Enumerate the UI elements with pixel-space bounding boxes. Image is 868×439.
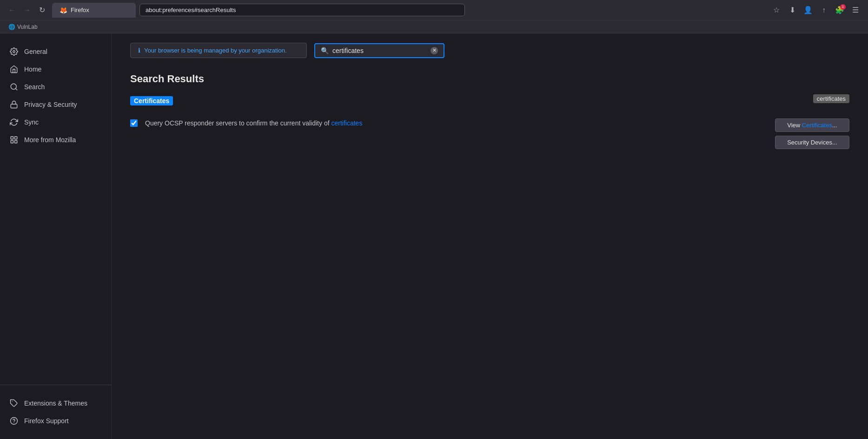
menu-button[interactable]: ☰ [848,3,862,17]
firefox-logo-icon: 🦊 [60,7,67,14]
sidebar-mozilla-label: More from Mozilla [24,136,76,144]
svg-rect-7 [15,141,17,143]
org-notice-banner[interactable]: ℹ Your browser is being managed by your … [130,43,307,58]
toolbar-icons: ☆ ⬇ 👤 ↑ 🧩 1 ☰ [769,3,862,17]
back-button[interactable]: ← [6,4,19,17]
sidebar-item-sync[interactable]: Sync [0,113,111,131]
search-clear-button[interactable]: ✕ [431,47,438,54]
forward-button[interactable]: → [20,4,33,17]
info-icon: ℹ [138,47,140,54]
security-devices-button[interactable]: Security Devices... [775,136,849,149]
sidebar-item-firefox-support[interactable]: Firefox Support [0,412,111,430]
sync-icon [9,118,19,127]
bookmarks-bar: 🌐 VulnLab [0,20,868,33]
certificates-section-link[interactable]: Certificates [130,96,173,105]
mozilla-icon [9,135,19,144]
btn-view-highlight: Certificates [802,122,832,129]
svg-rect-3 [11,104,17,108]
svg-point-9 [11,418,18,425]
download-button[interactable]: ⬇ [785,3,799,17]
globe-icon: 🌐 [8,24,15,30]
sidebar-item-more-mozilla[interactable]: More from Mozilla [0,131,111,149]
sidebar-search-label: Search [24,83,45,91]
sidebar-item-home[interactable]: Home [0,60,111,78]
preferences-header: ℹ Your browser is being managed by your … [130,43,849,58]
sidebar-sync-label: Sync [24,118,39,126]
preferences-search-box[interactable]: 🔍 ✕ [314,43,444,58]
nav-buttons: ← → ↻ [6,4,48,17]
svg-line-2 [15,88,17,90]
search-results-title: Search Results [130,73,849,85]
main-content: General Home Search Privacy & Security [0,33,868,439]
sidebar-item-privacy-security[interactable]: Privacy & Security [0,96,111,113]
svg-point-0 [13,51,15,53]
lock-icon [9,100,19,109]
sidebar-support-label: Firefox Support [24,417,69,425]
ocsp-result-row: Query OCSP responder servers to confirm … [130,118,849,149]
address-bar[interactable] [139,4,465,16]
extensions-button[interactable]: 🧩 1 [833,3,847,17]
ocsp-result-text: Query OCSP responder servers to confirm … [145,118,768,128]
gear-icon [9,47,19,56]
sidebar-nav: General Home Search Privacy & Security [0,43,111,385]
svg-rect-5 [15,137,17,139]
certificates-result-group: Certificates certificates Query OCSP res… [130,96,849,149]
search-sidebar-icon [9,82,19,92]
question-icon [9,416,19,426]
search-results-section: Search Results Certificates certificates… [130,73,849,149]
star-button[interactable]: ☆ [769,3,783,17]
active-tab[interactable]: 🦊 Firefox [52,3,136,18]
sidebar-privacy-label: Privacy & Security [24,101,77,108]
preferences-search-input[interactable] [332,47,427,54]
btn-view-suffix: ... [832,122,837,129]
ocsp-text-highlight[interactable]: certificates [331,119,362,127]
sidebar-item-search[interactable]: Search [0,78,111,96]
certificates-tooltip: certificates [813,94,849,103]
btn-view-prefix: View [787,122,802,129]
sidebar-extensions-label: Extensions & Themes [24,400,87,407]
puzzle-icon [9,399,19,408]
preferences-content: ℹ Your browser is being managed by your … [112,33,868,439]
tab-title: Firefox [71,7,89,13]
bookmark-vulnlab[interactable]: 🌐 VulnLab [6,23,40,31]
svg-rect-6 [11,141,13,143]
sidebar-item-extensions-themes[interactable]: Extensions & Themes [0,394,111,412]
search-pref-icon: 🔍 [321,47,329,54]
sidebar-general-label: General [24,48,47,55]
browser-toolbar: ← → ↻ 🦊 Firefox ☆ ⬇ 👤 ↑ 🧩 1 ☰ [0,0,868,20]
result-action-buttons: View Certificates... Security Devices... [775,118,849,149]
sidebar-item-general[interactable]: General [0,43,111,60]
address-input[interactable] [146,7,459,13]
ocsp-checkbox[interactable] [130,119,138,127]
svg-rect-4 [11,137,13,139]
share-button[interactable]: ↑ [817,3,831,17]
extensions-badge: 1 [840,4,846,10]
sidebar: General Home Search Privacy & Security [0,33,112,439]
sidebar-home-label: Home [24,66,41,73]
org-notice-text: Your browser is being managed by your or… [144,47,287,54]
account-button[interactable]: 👤 [801,3,815,17]
view-certificates-button[interactable]: View Certificates... [775,118,849,132]
ocsp-text-prefix: Query OCSP responder servers to confirm … [145,119,331,127]
tab-bar: 🦊 Firefox [52,3,136,18]
reload-button[interactable]: ↻ [35,4,48,17]
home-icon [9,65,19,74]
bookmark-label: VulnLab [17,24,38,30]
sidebar-bottom: Extensions & Themes Firefox Support [0,385,111,430]
